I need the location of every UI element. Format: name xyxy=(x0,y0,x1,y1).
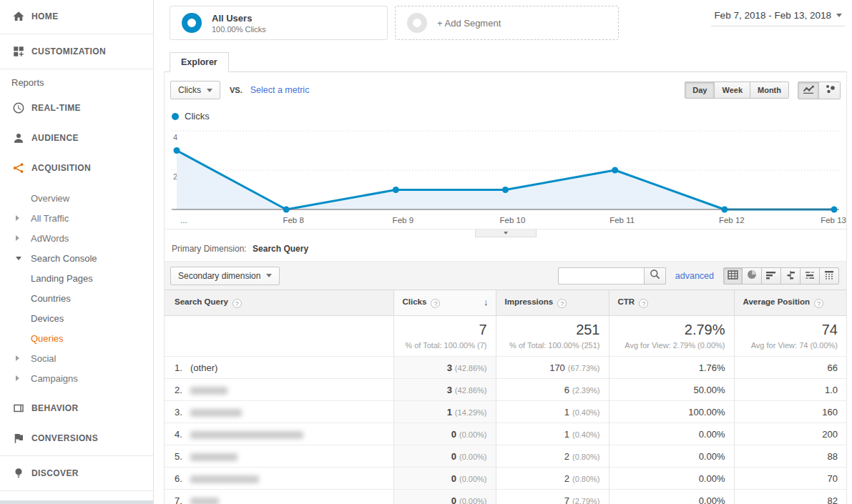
segment-all-users[interactable]: All Users 100.00% Clicks xyxy=(170,6,388,40)
x-tick-label: Feb 10 xyxy=(500,216,526,224)
column-header-impressions[interactable]: Impressions xyxy=(496,290,609,316)
percentage-view-button[interactable] xyxy=(743,267,762,285)
legend-dot-icon xyxy=(172,113,179,120)
redacted-query xyxy=(190,387,227,395)
discover-icon xyxy=(12,467,25,480)
sidebar-item-devices[interactable]: Devices xyxy=(0,308,153,328)
table-row[interactable]: 2.3(42.86%)6(2.39%)50.00%1.0 xyxy=(165,379,846,401)
line-chart-button[interactable] xyxy=(798,81,819,99)
term-cloud-view-button[interactable] xyxy=(800,267,820,285)
sidebar-item-conversions[interactable]: CONVERSIONS xyxy=(0,423,153,453)
sidebar-item-acquisition[interactable]: ACQUISITION xyxy=(0,153,153,183)
advanced-link[interactable]: advanced xyxy=(675,271,714,281)
sidebar-item-search-console[interactable]: Search Console xyxy=(0,248,153,268)
impressions-percent: (0.40%) xyxy=(572,430,600,439)
column-header-average-position[interactable]: Average Position xyxy=(734,290,846,316)
sidebar-item-all-traffic[interactable]: All Traffic xyxy=(0,208,153,228)
chart-point[interactable] xyxy=(283,207,290,213)
primary-dimension-value[interactable]: Search Query xyxy=(253,244,308,254)
summary-clicks: 7% of Total: 100.00% (7) xyxy=(393,316,496,357)
cell-query: 2. xyxy=(165,379,393,401)
cell-query: 1.(other) xyxy=(165,357,393,379)
help-icon[interactable] xyxy=(639,299,648,308)
help-icon[interactable] xyxy=(557,299,567,308)
table-grid-icon xyxy=(728,270,738,282)
motion-chart-button[interactable] xyxy=(819,81,841,99)
granularity-week-button[interactable]: Week xyxy=(715,81,750,99)
sidebar-item-landing-pages[interactable]: Landing Pages xyxy=(0,268,153,288)
sidebar-item-queries[interactable]: Queries xyxy=(0,328,153,348)
secondary-dimension-dropdown[interactable]: Secondary dimension xyxy=(170,267,280,285)
sidebar-divider xyxy=(0,490,153,491)
table-body: 1.(other)3(42.86%)170(67.73%)1.76%662.3(… xyxy=(165,357,846,504)
clicks-value: 0 xyxy=(451,451,456,462)
cell-clicks: 0(0.00%) xyxy=(393,445,496,468)
impressions-value: 1 xyxy=(564,407,569,417)
sidebar-item-label: Landing Pages xyxy=(31,273,93,284)
sidebar-item-home[interactable]: HOME xyxy=(0,1,153,31)
sidebar-item-campaigns[interactable]: Campaigns xyxy=(0,368,153,388)
sidebar-divider xyxy=(0,69,153,69)
segment-donut-icon xyxy=(182,13,202,33)
sidebar-item-real-time[interactable]: REAL-TIME xyxy=(0,93,153,123)
expand-arrow-icon[interactable] xyxy=(16,235,19,241)
bubbles-icon xyxy=(824,84,836,97)
metric-dropdown[interactable]: Clicks xyxy=(170,81,220,99)
table-row[interactable]: 5.0(0.00%)2(0.80%)0.00%88 xyxy=(165,445,846,468)
help-icon[interactable] xyxy=(814,299,823,308)
sidebar-item-audience[interactable]: AUDIENCE xyxy=(0,123,153,153)
select-metric-link[interactable]: Select a metric xyxy=(250,85,310,95)
sidebar-item-label: Campaigns xyxy=(31,373,78,384)
performance-view-button[interactable] xyxy=(762,267,781,285)
sort-descending-icon[interactable] xyxy=(484,297,489,307)
chart-point[interactable] xyxy=(612,167,618,174)
sidebar-item-customization[interactable]: CUSTOMIZATION xyxy=(0,36,153,66)
table-row[interactable]: 6.0(0.00%)2(0.80%)0.00%70 xyxy=(165,468,846,490)
sidebar-divider xyxy=(0,455,153,456)
sidebar-item-countries[interactable]: Countries xyxy=(0,288,153,308)
column-header-clicks[interactable]: Clicks xyxy=(393,290,496,316)
sidebar-item-label: Social xyxy=(31,353,56,364)
cell-avg-position: 66 xyxy=(734,357,846,379)
help-icon[interactable] xyxy=(232,299,242,308)
table-search-input[interactable] xyxy=(558,267,644,285)
add-segment-button[interactable]: + Add Segment xyxy=(395,6,619,40)
column-header-label: Average Position xyxy=(743,297,811,306)
pivot-view-button[interactable] xyxy=(820,267,839,285)
chart-point[interactable] xyxy=(831,207,838,213)
expand-arrow-icon[interactable] xyxy=(16,355,19,361)
granularity-group: DayWeekMonth xyxy=(685,81,789,99)
column-header-ctr[interactable]: CTR xyxy=(609,290,734,316)
search-button[interactable] xyxy=(644,267,666,285)
sidebar-item-behavior[interactable]: BEHAVIOR xyxy=(0,393,153,423)
table-toolbar: Secondary dimension advanced xyxy=(165,261,846,290)
sidebar-item-overview[interactable]: Overview xyxy=(0,188,153,208)
help-icon[interactable] xyxy=(431,299,440,308)
tab-explorer[interactable]: Explorer xyxy=(170,52,229,72)
table-row[interactable]: 3.1(14.29%)1(0.40%)100.00%160 xyxy=(165,401,846,423)
sidebar-item-social[interactable]: Social xyxy=(0,348,153,368)
redacted-query xyxy=(190,498,219,504)
table-row[interactable]: 7.0(0.00%)7(2.79%)0.00%82 xyxy=(165,490,846,504)
sidebar-item-adwords[interactable]: AdWords xyxy=(0,228,153,248)
cell-avg-position: 160 xyxy=(734,401,846,423)
chart-point[interactable] xyxy=(502,187,509,193)
acquisition-icon xyxy=(12,162,25,174)
expand-arrow-icon[interactable] xyxy=(16,375,19,381)
chart-point[interactable] xyxy=(721,207,728,213)
table-view-button[interactable] xyxy=(723,267,743,285)
table-row[interactable]: 1.(other)3(42.86%)170(67.73%)1.76%66 xyxy=(165,357,846,379)
expand-arrow-icon[interactable] xyxy=(16,215,19,221)
date-range-selector[interactable]: Feb 7, 2018 - Feb 13, 2018 xyxy=(711,9,845,26)
comparison-view-button[interactable] xyxy=(781,267,800,285)
collapse-arrow-icon[interactable] xyxy=(16,257,21,260)
column-header-search-query[interactable]: Search Query xyxy=(165,290,393,316)
chart-point[interactable] xyxy=(393,187,399,193)
chart-point[interactable] xyxy=(174,147,180,154)
chart-collapse-button[interactable] xyxy=(475,229,537,237)
table-row[interactable]: 4.0(0.00%)1(0.40%)0.00%200 xyxy=(165,423,846,445)
sidebar-item-discover[interactable]: DISCOVER xyxy=(0,458,153,488)
granularity-month-button[interactable]: Month xyxy=(750,81,789,99)
cell-impressions: 1(0.40%) xyxy=(496,423,609,445)
granularity-day-button[interactable]: Day xyxy=(685,81,715,99)
